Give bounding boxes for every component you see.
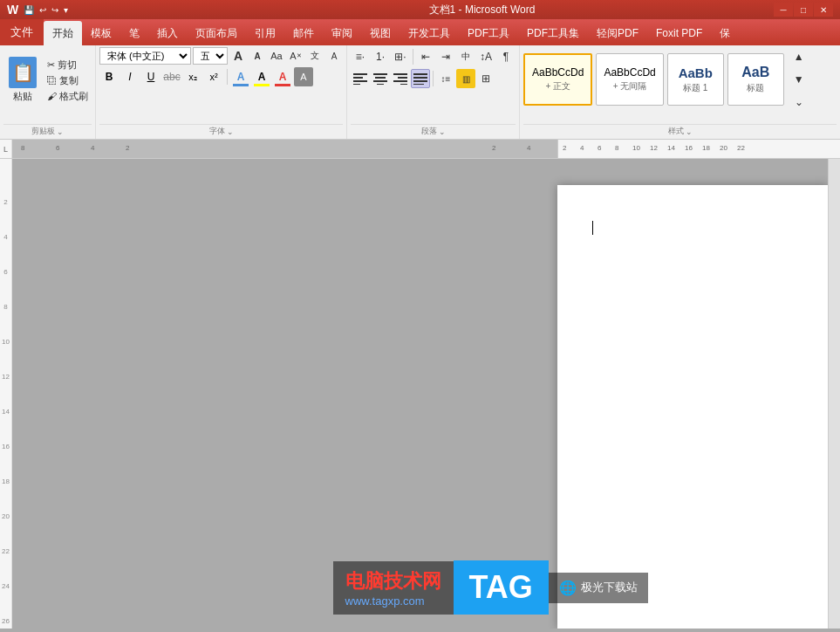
tab-save-ext[interactable]: 保 [711, 21, 739, 45]
style-normal-name: + 正文 [545, 80, 570, 93]
style-title-name: 标题 [747, 82, 764, 94]
styles-scroll-up[interactable]: ▲ [789, 47, 809, 66]
format-painter-icon: 🖌 [47, 91, 57, 101]
tab-layout[interactable]: 页面布局 [187, 21, 246, 45]
svg-rect-13 [413, 77, 427, 79]
quick-access-customize[interactable]: ▾ [64, 5, 68, 15]
text-cursor [592, 221, 593, 235]
svg-text:4: 4 [91, 144, 95, 152]
document-area[interactable] [12, 159, 828, 629]
font-grow-button[interactable]: A [229, 47, 247, 65]
style-no-spacing[interactable]: AaBbCcDd + 无间隔 [596, 53, 663, 106]
tab-dev[interactable]: 开发工具 [400, 21, 459, 45]
styles-group: AaBbCcDd + 正文 AaBbCcDd + 无间隔 AaBb 标题 1 A… [520, 45, 840, 139]
align-right-button[interactable] [391, 69, 410, 88]
tab-review[interactable]: 审阅 [323, 21, 361, 45]
close-button[interactable]: ✕ [814, 3, 833, 17]
superscript-button[interactable]: x² [204, 67, 223, 86]
subscript-button[interactable]: x₂ [183, 67, 202, 86]
style-heading1[interactable]: AaBb 标题 1 [667, 53, 724, 106]
bullets-button[interactable]: ≡· [351, 47, 370, 66]
ribbon-tabs: 文件 开始 模板 笔 插入 页面布局 引用 邮件 审阅 视图 开发工具 PDF工… [0, 19, 840, 45]
tab-mail[interactable]: 邮件 [284, 21, 323, 45]
numbering-button[interactable]: 1· [371, 47, 390, 66]
strikethrough-button[interactable]: abc [162, 67, 181, 86]
svg-rect-11 [400, 84, 407, 85]
tab-start[interactable]: 开始 [44, 21, 82, 45]
tab-pdf3[interactable]: 轻阅PDF [588, 21, 647, 45]
text-effect-button[interactable]: A [294, 67, 313, 86]
tab-insert[interactable]: 插入 [148, 21, 187, 45]
minimize-button[interactable]: ─ [774, 3, 793, 17]
quick-access-redo[interactable]: ↪ [51, 5, 58, 15]
bold-button[interactable]: B [99, 67, 119, 86]
paste-label: 粘贴 [13, 90, 32, 103]
styles-expand-icon[interactable]: ⌄ [686, 127, 693, 136]
font-group: 宋体 (中文正) 五号 A A Aa A✕ 文 A B I U abc x₂ x… [96, 45, 347, 139]
increase-indent-button[interactable]: ⇥ [436, 47, 455, 66]
decrease-indent-button[interactable]: ⇤ [416, 47, 435, 66]
svg-text:2: 2 [563, 144, 567, 152]
tab-foxitpdf[interactable]: Foxit PDF [647, 21, 711, 45]
tab-pen[interactable]: 笔 [120, 21, 148, 45]
styles-scroll-down[interactable]: ▼ [789, 70, 809, 89]
style-h1-preview: AaBb [679, 65, 713, 80]
style-normal[interactable]: AaBbCcDd + 正文 [523, 53, 592, 106]
tab-view[interactable]: 视图 [361, 21, 400, 45]
justify-button[interactable] [411, 69, 430, 88]
align-center-button[interactable] [371, 69, 390, 88]
char-border-button[interactable]: A [325, 47, 343, 65]
copy-button[interactable]: ⿻ 复制 [44, 73, 92, 88]
text-color-button[interactable]: A [231, 67, 250, 86]
font-case-button[interactable]: Aa [268, 47, 285, 65]
quick-access-undo[interactable]: ↩ [39, 5, 46, 15]
quick-access-save[interactable]: 💾 [24, 5, 34, 15]
line-spacing-button[interactable]: ↕≡ [436, 69, 455, 88]
svg-rect-3 [353, 84, 360, 85]
styles-more[interactable]: ⌄ [789, 93, 809, 112]
paragraph-expand-icon[interactable]: ⌄ [439, 127, 446, 136]
font-family-select[interactable]: 宋体 (中文正) [99, 47, 191, 65]
document-page[interactable] [557, 185, 828, 629]
borders-button[interactable]: ⊞ [476, 69, 495, 88]
svg-text:4: 4 [580, 144, 584, 152]
svg-text:2: 2 [126, 144, 130, 152]
cut-button[interactable]: ✂ 剪切 [44, 58, 92, 72]
scissors-icon: ✂ [47, 59, 55, 71]
ribbon: 📋 粘贴 ✂ 剪切 ⿻ 复制 🖌 格式刷 剪贴板 [0, 45, 840, 140]
clipboard-expand-icon[interactable]: ⌄ [57, 127, 64, 136]
format-painter-button[interactable]: 🖌 格式刷 [44, 89, 92, 104]
align-left-button[interactable] [351, 69, 370, 88]
paste-button[interactable]: 📋 粘贴 [3, 55, 42, 105]
multilevel-button[interactable]: ⊞· [391, 47, 410, 66]
scrollbar-right[interactable] [828, 159, 840, 629]
sort-button[interactable]: ↕A [476, 47, 495, 66]
svg-rect-10 [393, 80, 407, 82]
font-shrink-button[interactable]: A [249, 47, 266, 65]
title-text: 文档1 - Microsoft Word [190, 3, 774, 17]
highlight-button[interactable]: A [252, 67, 271, 86]
italic-button[interactable]: I [120, 67, 140, 86]
svg-text:20: 20 [720, 144, 727, 152]
font-color-button[interactable]: A [273, 67, 292, 86]
phonetic-button[interactable]: 文 [306, 47, 324, 65]
style-normal-preview: AaBbCcDd [532, 66, 584, 79]
tab-file[interactable]: 文件 [0, 19, 44, 45]
shading-button[interactable]: ▥ [456, 69, 475, 88]
svg-text:22: 22 [737, 144, 745, 152]
clear-format-button[interactable]: A✕ [287, 47, 304, 65]
style-title[interactable]: AaB 标题 [727, 53, 784, 106]
svg-text:18: 18 [702, 144, 710, 152]
chinese-layout-button[interactable]: 中 [456, 47, 475, 66]
tab-template[interactable]: 模板 [82, 21, 120, 45]
tab-pdf2[interactable]: PDF工具集 [518, 21, 588, 45]
svg-rect-9 [398, 77, 407, 79]
font-expand-icon[interactable]: ⌄ [227, 127, 234, 136]
tab-reference[interactable]: 引用 [246, 21, 284, 45]
svg-text:8: 8 [615, 144, 619, 152]
underline-button[interactable]: U [141, 67, 160, 86]
maximize-button[interactable]: □ [794, 3, 813, 17]
show-hide-button[interactable]: ¶ [496, 47, 516, 66]
font-size-select[interactable]: 五号 [193, 47, 228, 65]
tab-pdf1[interactable]: PDF工具 [459, 21, 518, 45]
